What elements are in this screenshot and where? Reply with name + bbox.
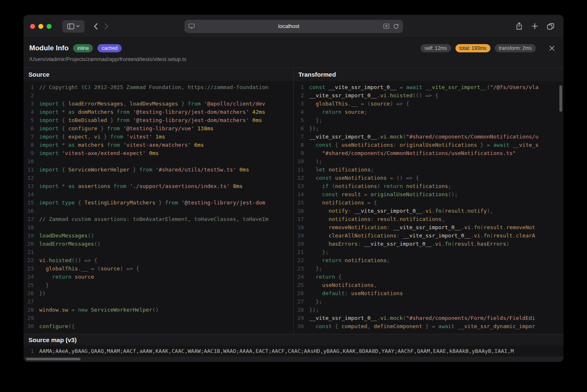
page-monitor-icon <box>189 23 195 29</box>
sourcemap-title: Source map (v3) <box>24 334 563 345</box>
line-number: 13 <box>294 182 309 190</box>
code-text: import * as matchers from 'vitest-axe/ma… <box>39 141 204 149</box>
minimize-window-button[interactable] <box>38 24 43 29</box>
cached-badge: cached <box>97 44 122 52</box>
code-line: 29__vite_ssr_import_0__.vi.mock("#shared… <box>294 314 564 322</box>
code-line: 23 }; <box>294 265 564 273</box>
line-number: 2 <box>294 92 309 100</box>
code-text: }); <box>309 306 319 314</box>
line-number: 21 <box>24 248 39 256</box>
line-number: 17 <box>294 215 309 223</box>
code-line: 19loadDevMessages() <box>24 232 293 240</box>
code-line: 18 <box>24 223 293 232</box>
code-line: 15 notifications = { <box>294 199 564 207</box>
code-line: 10 ); <box>294 157 564 166</box>
new-tab-icon[interactable] <box>532 23 538 29</box>
line-number: 8 <box>294 141 309 149</box>
code-line: 30configure({ <box>24 322 293 331</box>
line-number: 11 <box>24 166 39 174</box>
code-line: 14 const result = originalUseNotificatio… <box>294 190 564 199</box>
code-line: 2 <box>24 92 293 100</box>
code-text: loadDevMessages() <box>39 232 94 240</box>
code-line: 7import { expect, vi } from 'vitest' 1ms <box>24 133 293 141</box>
code-line: 16 <box>24 207 293 215</box>
line-number: 6 <box>294 124 309 133</box>
module-file-path: /Users/vladimir/Projects/zammad/app/fron… <box>29 56 557 62</box>
line-number: 1 <box>294 83 309 92</box>
transformed-code-view[interactable]: 1const __vite_ssr_import_0__ = await __v… <box>294 81 564 334</box>
reload-icon[interactable] <box>393 23 399 29</box>
code-line: 23 globalThis.__ = (source) => { <box>24 265 293 273</box>
line-number: 19 <box>294 232 309 240</box>
vertical-scrollbar-thumb[interactable] <box>559 85 562 112</box>
forward-button[interactable] <box>104 23 108 30</box>
code-line: 24 return { <box>294 273 564 281</box>
code-text: }) <box>39 289 46 298</box>
code-line: 4 return source; <box>294 108 564 116</box>
code-line: 1const __vite_ssr_import_0__ = await __v… <box>294 83 564 92</box>
self-time-badge: self: 12ms <box>420 44 451 52</box>
translate-icon[interactable] <box>383 23 389 29</box>
line-number: 16 <box>294 207 309 215</box>
line-number: 23 <box>294 265 309 273</box>
code-text: ); <box>309 157 322 166</box>
source-pane-title: Source <box>24 68 293 81</box>
line-number: 15 <box>294 199 309 207</box>
sidebar-icon <box>67 23 74 29</box>
line-number: 6 <box>24 124 39 133</box>
source-code-view[interactable]: 1// Copyright (C) 2012-2025 Zammad Found… <box>24 81 293 334</box>
code-text: const { useNotifications: originalUseNot… <box>309 141 539 149</box>
code-text: removeNotification: __vite_ssr_import_0_… <box>309 223 535 232</box>
transform-time-badge: transform: 2ms <box>495 44 536 52</box>
code-line: 22vi.hoisted(() => { <box>24 256 293 265</box>
line-number: 26 <box>24 289 39 298</box>
line-number: 14 <box>294 190 309 199</box>
horizontal-scrollbar-thumb[interactable] <box>26 358 80 360</box>
nav-buttons <box>94 23 108 30</box>
browser-window: localhost <box>24 15 563 362</box>
code-line: 9 "#shared/components/CommonNotification… <box>294 149 564 157</box>
code-text: notifications = { <box>309 199 377 207</box>
code-line: 26 default: useNotifications <box>294 289 564 298</box>
code-text: hasErrors: __vite_ssr_import_0__.vi.fn(r… <box>309 240 509 248</box>
code-text: }; <box>309 298 322 306</box>
code-text: }; <box>309 265 322 273</box>
line-number: 25 <box>294 281 309 289</box>
address-bar[interactable]: localhost <box>184 20 403 33</box>
line-number: 27 <box>24 298 39 306</box>
horizontal-scrollbar[interactable] <box>24 357 563 362</box>
code-text: const useNotifications = () => { <box>309 174 419 182</box>
zoom-window-button[interactable] <box>47 24 52 29</box>
code-line: 20 hasErrors: __vite_ssr_import_0__.vi.f… <box>294 240 564 248</box>
code-text: }); <box>309 124 319 133</box>
code-text: import { ServiceWorkerHelper } from '#sh… <box>39 166 249 174</box>
tab-overview-icon[interactable] <box>547 23 554 30</box>
code-line: 1AAMA;AAeA,yBAAG,QAAQ,MAAM;AACf,aAAW,KAA… <box>24 347 563 355</box>
sidebar-toggle-button[interactable] <box>62 20 85 33</box>
line-number: 3 <box>294 100 309 108</box>
code-text: return notifications; <box>309 256 390 265</box>
code-line: 3 globalThis.__ = (source) => { <box>294 100 564 108</box>
url-text: localhost <box>195 23 383 29</box>
close-panel-button[interactable] <box>547 43 557 53</box>
code-text: import * as domMatchers from '@testing-l… <box>39 108 265 116</box>
code-line: 8import * as matchers from 'vitest-axe/m… <box>24 141 293 149</box>
code-line: 9import 'vitest-axe/extend-expect' 0ms <box>24 149 293 157</box>
code-line: 19 clearAllNotifications: __vite_ssr_imp… <box>294 232 564 240</box>
code-text: import 'vitest-axe/extend-expect' 0ms <box>39 149 159 157</box>
line-number: 16 <box>24 207 39 215</box>
line-number: 9 <box>294 149 309 157</box>
share-icon[interactable] <box>516 22 523 30</box>
line-number: 7 <box>24 133 39 141</box>
sourcemap-view[interactable]: 1AAMA;AAeA,yBAAG,QAAQ,MAAM;AACf,aAAW,KAA… <box>24 345 563 357</box>
code-text: import { toBeDisabled } from '@testing-l… <box>39 116 262 124</box>
back-button[interactable] <box>94 23 98 30</box>
browser-toolbar: localhost <box>24 15 563 38</box>
line-number: 13 <box>24 182 39 190</box>
total-time-badge: total: 193ms <box>455 44 490 52</box>
transformed-pane: Transformed 1const __vite_ssr_import_0__… <box>294 68 564 334</box>
code-line: 15import type { TestingLibraryMatchers }… <box>24 199 293 207</box>
close-window-button[interactable] <box>30 24 35 29</box>
line-number: 27 <box>294 298 309 306</box>
code-line: 17 notifications: result.notifications, <box>294 215 564 223</box>
